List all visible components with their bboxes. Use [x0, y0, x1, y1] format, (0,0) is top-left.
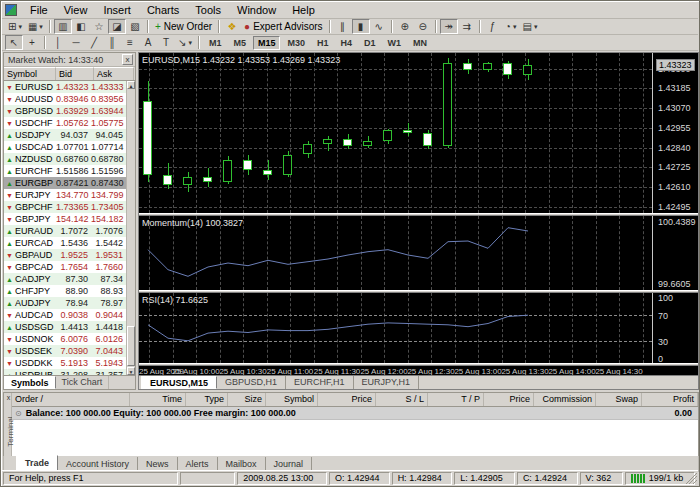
- terminal-tab-trade[interactable]: Trade: [16, 455, 58, 471]
- line-chart-mode-button[interactable]: ∿: [370, 19, 388, 34]
- market-watch-scrollbar[interactable]: ▲ ▼: [126, 81, 135, 375]
- symbol-row[interactable]: ▼GBPAUD1.95251.9531: [4, 249, 126, 261]
- menu-help[interactable]: Help: [284, 3, 323, 18]
- symbol-row[interactable]: ▼AUDCAD0.90380.9044: [4, 309, 126, 321]
- momentum-panel[interactable]: 100.438999.6605 Momentum(14) 100.3827: [139, 216, 698, 290]
- terminal-tab-account-history[interactable]: Account History: [58, 457, 138, 471]
- timeframe-m15[interactable]: M15: [253, 36, 281, 50]
- column-header-ask[interactable]: Ask: [94, 67, 134, 80]
- timeframe-w1[interactable]: W1: [383, 36, 407, 50]
- symbol-row[interactable]: ▲NZDUSD0.687600.68780: [4, 153, 126, 165]
- menu-tools[interactable]: Tools: [187, 3, 229, 18]
- symbol-row[interactable]: ▼USDSEK7.03907.0443: [4, 345, 126, 357]
- terminal-column-profit[interactable]: Profit: [642, 393, 698, 406]
- symbol-row[interactable]: ▼USDDKK5.19135.1943: [4, 357, 126, 369]
- fibonacci-button[interactable]: ≡: [121, 35, 139, 50]
- terminal-column-type[interactable]: Type: [186, 393, 228, 406]
- symbol-row[interactable]: ▲AUDJPY78.9478.97: [4, 297, 126, 309]
- arrows-button[interactable]: ↘▾: [175, 35, 195, 50]
- terminal-tab-news[interactable]: News: [138, 457, 178, 471]
- terminal-column-price[interactable]: Price: [484, 393, 534, 406]
- vertical-line-button[interactable]: │: [49, 35, 67, 50]
- symbol-row[interactable]: ▼EURUSD1.433231.43333: [4, 81, 126, 93]
- chart-tab-gbpusd-h1[interactable]: GBPUSD,H1: [217, 376, 286, 389]
- scroll-thumb[interactable]: [127, 326, 135, 366]
- symbol-row[interactable]: ▼GBPCHF1.733651.73405: [4, 201, 126, 213]
- terminal-toggle-button[interactable]: ◪: [108, 19, 126, 34]
- terminal-column-order[interactable]: Order /: [12, 393, 130, 406]
- bar-chart-mode-button[interactable]: ∥: [334, 19, 352, 34]
- timeframe-m5[interactable]: M5: [228, 36, 251, 50]
- terminal-column-time[interactable]: Time: [130, 393, 186, 406]
- price-chart-panel[interactable]: 1.433001.431851.430701.429551.428401.427…: [139, 53, 698, 213]
- indicators-button[interactable]: ƒ: [484, 19, 502, 34]
- data-window-button[interactable]: ◧: [72, 19, 90, 34]
- column-header-symbol[interactable]: Symbol: [4, 67, 56, 80]
- zoom-in-button[interactable]: ⊕: [396, 19, 414, 34]
- auto-scroll-button[interactable]: ↠: [440, 19, 458, 34]
- chart-tab-eurjpy-h1[interactable]: EURJPY,H1: [354, 376, 419, 389]
- rsi-panel[interactable]: 10070300 RSI(14) 71.6625: [139, 293, 698, 363]
- timeframe-h4[interactable]: H4: [335, 36, 357, 50]
- expert-advisors-button[interactable]: ●Expert Advisors: [241, 19, 326, 34]
- symbol-row[interactable]: ▼GBPJPY154.142154.182: [4, 213, 126, 225]
- symbol-row[interactable]: ▼USDNOK6.00766.0126: [4, 333, 126, 345]
- profiles-button[interactable]: ▦▾: [25, 19, 46, 34]
- terminal-column-swap[interactable]: Swap: [596, 393, 642, 406]
- symbol-row[interactable]: ▼AUDUSD0.839460.83956: [4, 93, 126, 105]
- close-icon[interactable]: x: [4, 394, 13, 403]
- terminal-column-tp[interactable]: T / P: [428, 393, 484, 406]
- periods-button[interactable]: ◔▾: [502, 19, 520, 34]
- resize-grip[interactable]: [685, 472, 697, 484]
- timeframe-m30[interactable]: M30: [282, 36, 310, 50]
- symbol-row[interactable]: ▼USDCHF1.057621.05775: [4, 117, 126, 129]
- symbol-row[interactable]: ▲EURGBP0.874210.87430: [4, 177, 126, 189]
- symbol-row[interactable]: ▼GBPUSD1.639291.63944: [4, 105, 126, 117]
- menu-window[interactable]: Window: [229, 3, 284, 18]
- menu-charts[interactable]: Charts: [139, 3, 187, 18]
- menu-view[interactable]: View: [56, 3, 96, 18]
- terminal-column-commission[interactable]: Commission: [534, 393, 596, 406]
- chart-shift-button[interactable]: ⇉: [458, 19, 476, 34]
- templates-button[interactable]: ▤▾: [520, 19, 541, 34]
- symbol-row[interactable]: ▲CHFJPY88.9088.93: [4, 285, 126, 297]
- terminal-column-price[interactable]: Price: [318, 393, 376, 406]
- chart-tab-eurchf-h1[interactable]: EURCHF,H1: [286, 376, 354, 389]
- new-order-button[interactable]: +New Order: [152, 19, 215, 34]
- terminal-column-size[interactable]: Size: [228, 393, 266, 406]
- crosshair-button[interactable]: +: [23, 35, 41, 50]
- market-watch-toggle-button[interactable]: ▥: [54, 19, 72, 34]
- tab-symbols[interactable]: Symbols: [4, 376, 56, 389]
- timeframe-m1[interactable]: M1: [204, 36, 227, 50]
- symbol-row[interactable]: ▲USDSGD1.44131.4418: [4, 321, 126, 333]
- symbol-row[interactable]: ▼GBPCAD1.76541.7660: [4, 261, 126, 273]
- metaeditor-button[interactable]: ❖: [223, 19, 241, 34]
- horizontal-line-button[interactable]: ─: [67, 35, 85, 50]
- trendline-button[interactable]: ╱: [85, 35, 103, 50]
- text-button[interactable]: A: [139, 35, 157, 50]
- new-chart-button[interactable]: ⊞▾: [5, 19, 25, 34]
- menu-insert[interactable]: Insert: [95, 3, 139, 18]
- terminal-column-sl[interactable]: S / L: [376, 393, 428, 406]
- candlestick-mode-button[interactable]: ▮: [352, 19, 370, 34]
- symbol-row[interactable]: ▼EURJPY134.770134.799: [4, 189, 126, 201]
- terminal-tab-alerts[interactable]: Alerts: [178, 457, 218, 471]
- cursor-button[interactable]: ↖: [5, 35, 23, 50]
- strategy-tester-button[interactable]: ▧: [126, 19, 144, 34]
- navigator-button[interactable]: ☆: [90, 19, 108, 34]
- zoom-out-button[interactable]: ⊖: [414, 19, 432, 34]
- symbol-row[interactable]: ▲EURAUD1.70721.7076: [4, 225, 126, 237]
- close-icon[interactable]: x: [122, 54, 133, 65]
- terminal-tab-mailbox[interactable]: Mailbox: [218, 457, 266, 471]
- chart-tab-eurusd-m15[interactable]: EURUSD,M15: [141, 376, 217, 389]
- menu-file[interactable]: File: [22, 3, 56, 18]
- terminal-tab-journal[interactable]: Journal: [266, 457, 313, 471]
- symbol-row[interactable]: ▲USDRUB31.29831.357: [4, 369, 126, 375]
- column-header-bid[interactable]: Bid: [56, 67, 94, 80]
- timeframe-d1[interactable]: D1: [359, 36, 381, 50]
- scroll-down-icon[interactable]: ▼: [127, 367, 135, 375]
- timeframe-h1[interactable]: H1: [312, 36, 334, 50]
- symbol-row[interactable]: ▲EURCHF1.515861.51596: [4, 165, 126, 177]
- tab-tick-chart[interactable]: Tick Chart: [56, 376, 110, 389]
- symbol-row[interactable]: ▲CADJPY87.3087.34: [4, 273, 126, 285]
